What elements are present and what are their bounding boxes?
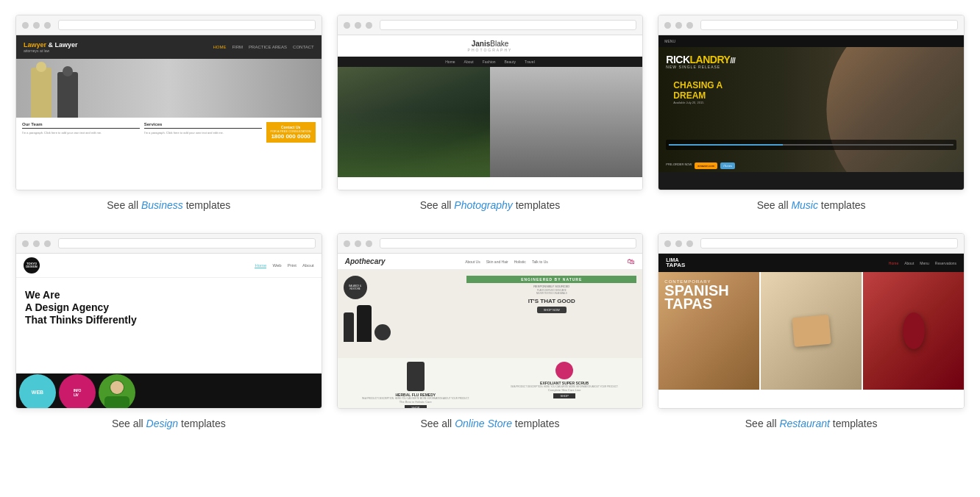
design-nav: TOKYODESIGN Home Web Print About — [16, 254, 322, 278]
template-card-business: Lawyer & Lawyerattorneys at law HOME FIR… — [15, 15, 322, 211]
browser-frame-photography: JanisBlake Photography Home About Fashio… — [337, 15, 644, 190]
music-preorder-label: PRE-ORDER NOW — [666, 162, 692, 169]
browser-btn-refresh2 — [366, 22, 372, 29]
browser-content-photo: JanisBlake Photography Home About Fashio… — [338, 35, 643, 190]
apo-product-card2: EXFOLIANT SUPER SCRUB I'M A PRODUCT DESC… — [492, 362, 636, 408]
browser-frame-music: MENU RICKLANDRY/// NEW SINGLE RELEASE CH… — [658, 15, 965, 190]
browser-btn-fwd5 — [355, 240, 361, 247]
tapas-img-left: CONTEMPORARY SPANISH TAPAS — [658, 272, 759, 390]
tapas-nav-menu: Menu — [920, 261, 929, 265]
template-grid: Lawyer & Lawyerattorneys at law HOME FIR… — [15, 15, 965, 429]
lawyer-hero-figures — [31, 59, 78, 118]
tapas-nav-home: Home — [889, 261, 898, 265]
music-title-block: RICKLANDRY/// NEW SINGLE RELEASE CHASING… — [666, 54, 735, 69]
head2 — [63, 66, 73, 76]
lawyer-services-text: I'm a paragraph. Click here to add your … — [144, 131, 262, 135]
photo-img-right — [490, 67, 642, 177]
music-amazon-btn[interactable]: amazon.com — [695, 162, 717, 169]
photo-menu-fashion: Fashion — [483, 60, 496, 64]
design-nav-print: Print — [288, 263, 297, 268]
browser-btn-refresh4 — [44, 240, 51, 247]
browser-content-restaurant: LIMATAPAS Home About Menu Reservations — [658, 254, 964, 408]
template-label-design[interactable]: See all Design templates — [112, 418, 226, 429]
apo-product-card1: HERBAL FLU REMEDY I'M A PRODUCT DESCRIPT… — [344, 362, 488, 408]
photo-menu-beauty: Beauty — [504, 60, 516, 64]
apo-product1-btn[interactable]: SHOP — [405, 405, 427, 408]
template-card-restaurant: LIMATAPAS Home About Menu Reservations — [658, 233, 965, 429]
apo-product1-line: The Best in Holistic Care — [344, 400, 488, 404]
apo-shop-btn[interactable]: SHOP NOW — [537, 307, 567, 313]
apo-jar1 — [374, 324, 391, 340]
apo-product1-img — [407, 362, 425, 391]
music-player — [666, 140, 956, 150]
browser-content-business: Lawyer & Lawyerattorneys at law HOME FIR… — [16, 35, 322, 190]
music-itunes-btn[interactable]: iTunes — [720, 162, 735, 169]
template-card-ecommerce: Apothecary About Us Skin and Hair Holist… — [337, 233, 644, 429]
template-label-link-ecommerce[interactable]: Online Store — [455, 418, 512, 429]
music-progress-bar — [669, 144, 954, 146]
tapas-nav-reservations: Reservations — [935, 261, 956, 265]
lawyer-services-title: Services — [144, 122, 262, 129]
template-label-music[interactable]: See all Music templates — [757, 199, 866, 211]
lawyer-team-text: I'm a paragraph. Click here to add your … — [22, 131, 140, 135]
template-card-photography: JanisBlake Photography Home About Fashio… — [337, 15, 644, 211]
lawyer-hero-bg — [16, 59, 322, 118]
apo-sub2: PLANT-DERIVED SKINCARENEVER TESTED ON AN… — [466, 289, 636, 295]
apo-cart-icon[interactable]: 🛍 — [628, 257, 635, 265]
apo-headline: ENGINEERED BY NATURE — [466, 276, 636, 283]
browser-btn-back3 — [664, 22, 671, 29]
template-label-ecommerce[interactable]: See all Online Store templates — [420, 418, 559, 429]
browser-address5 — [380, 238, 637, 248]
svg-point-2 — [110, 381, 124, 394]
design-nav-about: About — [302, 263, 314, 268]
tapas-site: LIMATAPAS Home About Menu Reservations — [658, 254, 964, 408]
photo-site: JanisBlake Photography Home About Fashio… — [338, 35, 643, 190]
apo-slogan: IT'S THAT GOOD — [466, 298, 636, 304]
template-label-link-restaurant[interactable]: Restaurant — [779, 418, 829, 429]
music-landry: LANDRY — [690, 54, 731, 65]
browser-btn-refresh5 — [366, 240, 372, 247]
template-label-link-design[interactable]: Design — [146, 418, 179, 429]
lawyer-logo: Lawyer & Lawyerattorneys at law — [24, 41, 78, 53]
photo-logo: JanisBlake — [468, 40, 513, 48]
apo-product2-img — [555, 362, 573, 379]
apo-badge: BALANCE & RESTORE — [344, 276, 367, 299]
template-card-design: TOKYODESIGN Home Web Print About We AreA… — [15, 233, 322, 429]
music-artist-name: RICKLANDRY/// — [666, 54, 735, 65]
template-label-business[interactable]: See all Business templates — [107, 199, 230, 211]
template-label-link-photography[interactable]: Photography — [454, 199, 512, 211]
photo-menu: Home About Fashion Beauty Travel — [338, 57, 643, 67]
browser-address6 — [700, 238, 958, 248]
apo-hero-text: ENGINEERED BY NATURE RESPONSIBLY SOURCED… — [466, 276, 636, 352]
figure1 — [31, 68, 52, 118]
apo-bottle2 — [357, 305, 372, 342]
tapas-right-food — [863, 272, 964, 390]
design-circle-wrapper-print: INFOLIV Print — [59, 374, 96, 409]
browser-toolbar-restaurant — [658, 234, 964, 254]
apo-product2-btn[interactable]: SHOP — [553, 393, 575, 398]
photo-hero-grid — [338, 67, 643, 177]
photo-img-left — [338, 67, 490, 177]
browser-address — [58, 20, 316, 30]
browser-btn-back — [22, 22, 29, 29]
lawyer-team-title: Our Team — [22, 122, 140, 129]
browser-toolbar-music — [658, 15, 964, 35]
browser-btn-fwd4 — [33, 240, 40, 247]
browser-btn-back6 — [664, 240, 671, 247]
template-label-restaurant[interactable]: See all Restaurant templates — [745, 418, 878, 429]
template-label-photography[interactable]: See all Photography templates — [420, 199, 561, 211]
tapas-logo-tapas: TAPAS — [666, 262, 685, 268]
template-label-link-business[interactable]: Business — [141, 199, 183, 211]
template-label-link-music[interactable]: Music — [791, 199, 818, 211]
photo-menu-home: Home — [445, 60, 455, 64]
lawyer-nav-home: HOME — [213, 45, 226, 49]
apo-product2-line: Complete Skin Care Line — [492, 388, 636, 392]
apo-product-bottles — [344, 305, 461, 342]
lawyer-nav-firm: FIRM — [232, 45, 243, 49]
design-nav-home: Home — [255, 263, 266, 268]
design-logo-circle: TOKYODESIGN — [24, 257, 40, 273]
design-logo-text: TOKYODESIGN — [26, 262, 37, 269]
tapas-fries-shape — [792, 315, 831, 347]
design-hero: We AreA Design AgencyThat Thinks Differe… — [16, 278, 322, 373]
lawyer-sections: Our Team I'm a paragraph. Click here to … — [22, 122, 316, 143]
